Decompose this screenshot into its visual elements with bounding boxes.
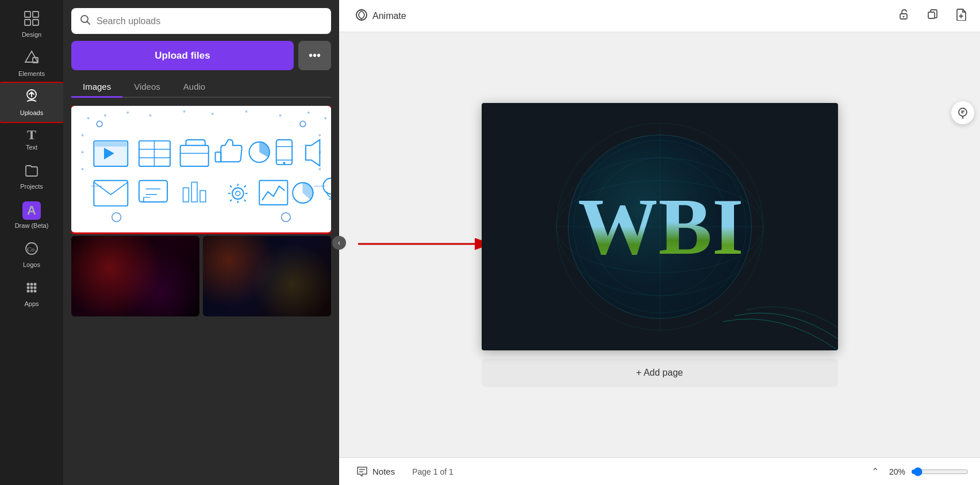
- svg-point-9: [30, 283, 33, 286]
- svg-point-22: [126, 112, 129, 114]
- wbi-w-letter: W: [578, 180, 656, 273]
- svg-point-83: [903, 16, 905, 18]
- tab-videos[interactable]: Videos: [122, 77, 172, 98]
- projects-icon: [24, 162, 40, 181]
- svg-point-10: [34, 283, 37, 286]
- design-canvas[interactable]: W B I: [482, 103, 838, 350]
- add-page-button[interactable]: + Add page: [482, 358, 838, 387]
- uploads-icon: [24, 89, 40, 107]
- sidebar-item-projects[interactable]: Projects: [0, 156, 63, 196]
- projects-label: Projects: [20, 183, 43, 190]
- design-label: Design: [22, 31, 41, 38]
- comment-bubble-button[interactable]: +: [951, 101, 974, 124]
- svg-point-32: [82, 168, 84, 170]
- animate-icon: [355, 9, 368, 24]
- svg-point-26: [245, 110, 248, 113]
- svg-line-18: [87, 22, 90, 25]
- animate-label: Animate: [372, 11, 406, 21]
- svg-point-12: [30, 287, 33, 289]
- svg-point-25: [212, 113, 214, 115]
- svg-rect-84: [928, 12, 935, 18]
- logos-label: Logos: [23, 261, 40, 268]
- bottom-bar: Notes Page 1 of 1 ⌃ 20%: [339, 457, 980, 485]
- svg-point-11: [27, 287, 30, 289]
- svg-rect-0: [25, 12, 30, 17]
- image-item-tech-icons[interactable]: [71, 106, 331, 232]
- canvas-area: +: [339, 32, 980, 457]
- svg-point-16: [34, 290, 37, 293]
- elements-label: Elements: [18, 70, 45, 77]
- svg-rect-42: [95, 142, 126, 147]
- notes-button[interactable]: Notes: [351, 461, 401, 482]
- arrow-annotation: [355, 232, 482, 258]
- search-bar: [71, 8, 331, 34]
- apps-icon: [24, 280, 40, 298]
- svg-rect-19: [71, 107, 331, 231]
- wbi-i-letter: I: [712, 180, 741, 273]
- svg-point-29: [324, 117, 326, 120]
- add-page-icon[interactable]: [951, 5, 971, 27]
- svg-point-14: [27, 290, 30, 293]
- svg-point-28: [308, 112, 310, 114]
- sidebar-item-logos[interactable]: Co. Logos: [0, 235, 63, 274]
- notes-label: Notes: [372, 467, 395, 476]
- logos-icon: Co.: [24, 240, 40, 259]
- toolbar-right: [894, 5, 971, 27]
- svg-text:Co.: Co.: [27, 246, 36, 253]
- svg-point-23: [149, 114, 152, 117]
- uploads-label: Uploads: [20, 109, 43, 116]
- lock-icon[interactable]: [894, 5, 913, 27]
- tabs-bar: Images Videos Audio: [71, 77, 331, 98]
- draw-label: Draw (Beta): [15, 222, 49, 229]
- panel-toggle-button[interactable]: ‹: [332, 236, 346, 250]
- sidebar-item-uploads[interactable]: Uploads: [0, 83, 63, 122]
- duplicate-icon[interactable]: [923, 5, 942, 27]
- sidebar-item-elements[interactable]: Elements: [0, 44, 63, 83]
- apps-label: Apps: [24, 300, 39, 307]
- image-item-dark-red[interactable]: [71, 236, 199, 316]
- more-options-button[interactable]: •••: [298, 41, 331, 70]
- upload-button-row: Upload files •••: [71, 41, 331, 70]
- images-grid: [71, 106, 331, 316]
- zoom-level: 20%: [889, 467, 905, 476]
- svg-point-8: [27, 283, 30, 286]
- elements-icon: [24, 49, 40, 68]
- sidebar-item-design[interactable]: Design: [0, 5, 63, 44]
- wbi-b-letter: B: [659, 180, 710, 273]
- canvas-wrapper: W B I + Add page: [482, 103, 838, 387]
- upload-files-button[interactable]: Upload files: [71, 41, 294, 70]
- draw-icon: A: [22, 201, 41, 220]
- design-icon: [24, 10, 40, 29]
- image-item-circuit[interactable]: [203, 236, 331, 316]
- animate-button[interactable]: Animate: [348, 5, 413, 27]
- tab-images[interactable]: Images: [71, 77, 122, 98]
- page-info: Page 1 of 1: [412, 467, 454, 476]
- svg-text:+: +: [961, 109, 964, 115]
- zoom-controls: ⌃ 20%: [867, 464, 969, 479]
- wbi-logo: W B I: [578, 180, 741, 273]
- toolbar: Animate: [339, 0, 980, 32]
- svg-point-13: [34, 287, 37, 289]
- zoom-slider[interactable]: [911, 467, 969, 476]
- chevron-up-button[interactable]: ⌃: [867, 464, 883, 479]
- search-input[interactable]: [97, 16, 323, 26]
- svg-point-27: [279, 114, 282, 117]
- search-icon: [79, 14, 91, 28]
- svg-point-24: [183, 110, 186, 113]
- text-label: Text: [26, 144, 37, 151]
- sidebar-item-text[interactable]: T Text: [0, 122, 63, 156]
- notes-icon: [356, 465, 368, 478]
- svg-rect-1: [33, 12, 39, 17]
- svg-point-30: [82, 134, 84, 136]
- tab-audio[interactable]: Audio: [172, 77, 217, 98]
- text-icon: T: [27, 128, 36, 142]
- sidebar-item-apps[interactable]: Apps: [0, 274, 63, 313]
- sidebar: Design Elements Uploads T: [0, 0, 63, 485]
- svg-point-54: [283, 162, 285, 164]
- svg-point-33: [318, 134, 321, 136]
- upload-panel: Upload files ••• Images Videos Audio: [63, 0, 339, 485]
- sidebar-item-draw[interactable]: A Draw (Beta): [0, 196, 63, 235]
- svg-point-31: [82, 151, 84, 154]
- svg-point-20: [87, 117, 90, 120]
- svg-rect-2: [25, 20, 30, 25]
